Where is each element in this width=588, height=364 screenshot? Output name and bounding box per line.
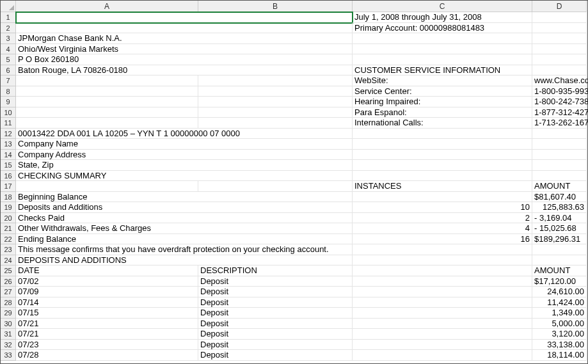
cell-C27[interactable] — [353, 287, 532, 297]
row-header-12[interactable]: 12 — [1, 129, 16, 139]
cell-C15[interactable] — [353, 160, 532, 171]
cell-D31[interactable]: 3,120.00 — [532, 329, 587, 340]
row-header-23[interactable]: 23 — [1, 244, 16, 255]
row-header-3[interactable]: 3 — [1, 33, 16, 44]
cell-D29[interactable]: 1,349.00 — [532, 308, 587, 319]
cell-A10[interactable] — [16, 107, 198, 118]
cell-B27[interactable]: Deposit — [198, 287, 353, 297]
row-header-28[interactable]: 28 — [1, 297, 16, 308]
cell-C19[interactable]: 10 — [353, 202, 532, 213]
row-header-15[interactable]: 15 — [1, 160, 16, 171]
cell-D5[interactable] — [532, 54, 587, 65]
row-header-24[interactable]: 24 — [1, 255, 16, 266]
cell-A26[interactable]: 07/02 — [16, 276, 198, 287]
cell-A8[interactable] — [16, 86, 198, 97]
cell-A19[interactable]: Deposits and Additions — [16, 202, 353, 213]
cell-D9[interactable]: 1-800-242-7383 — [532, 97, 587, 107]
cell-A14[interactable]: Company Address — [16, 150, 353, 161]
cell-A16[interactable]: CHECKING SUMMARY — [16, 171, 353, 182]
cell-A17[interactable] — [16, 181, 198, 192]
cell-B9[interactable] — [198, 97, 353, 107]
col-header-A[interactable]: A — [16, 1, 198, 12]
select-all-corner[interactable] — [1, 1, 16, 12]
cell-A4[interactable]: Ohio/West Virginia Markets — [16, 44, 353, 55]
cell-C33[interactable] — [353, 350, 532, 361]
cell-B11[interactable] — [198, 118, 353, 129]
cell-D21[interactable]: - 15,025.68 — [532, 223, 587, 234]
cell-D23[interactable] — [532, 244, 587, 255]
cell-A11[interactable] — [16, 118, 198, 129]
cell-D12[interactable] — [532, 129, 587, 139]
row-header-30[interactable]: 30 — [1, 319, 16, 329]
row-header-4[interactable]: 4 — [1, 44, 16, 55]
grid[interactable]: July 1, 2008 through July 31, 2008Primar… — [16, 12, 587, 361]
cell-A28[interactable]: 07/14 — [16, 297, 198, 308]
cell-D13[interactable] — [532, 139, 587, 150]
cell-D27[interactable]: 24,610.00 — [532, 287, 587, 297]
row-header-29[interactable]: 29 — [1, 308, 16, 319]
cell-D28[interactable]: 11,424.00 — [532, 297, 587, 308]
cell-D15[interactable] — [532, 160, 587, 171]
cell-A2[interactable] — [16, 23, 353, 34]
row-header-9[interactable]: 9 — [1, 97, 16, 107]
cell-C18[interactable] — [353, 192, 532, 203]
cell-D14[interactable] — [532, 150, 587, 161]
cell-D10[interactable]: 1-877-312-4273 — [532, 107, 587, 118]
cell-D25[interactable]: AMOUNT — [532, 265, 587, 276]
cell-C22[interactable]: 16 — [353, 234, 532, 245]
cell-A32[interactable]: 07/23 — [16, 340, 198, 351]
cell-C3[interactable] — [353, 33, 532, 44]
cell-A15[interactable]: State, Zip — [16, 160, 353, 171]
cell-D2[interactable] — [532, 23, 587, 34]
row-header-5[interactable]: 5 — [1, 54, 16, 65]
col-header-B[interactable]: B — [198, 1, 353, 12]
cell-A23[interactable]: This message confirms that you have over… — [16, 244, 353, 255]
col-header-C[interactable]: C — [353, 1, 532, 12]
cell-A7[interactable] — [16, 75, 198, 86]
row-header-2[interactable]: 2 — [1, 23, 16, 34]
row-header-14[interactable]: 14 — [1, 150, 16, 161]
cell-A31[interactable]: 07/21 — [16, 329, 198, 340]
row-header-16[interactable]: 16 — [1, 171, 16, 182]
cell-C8[interactable]: Service Center: — [353, 86, 532, 97]
cell-A13[interactable]: Company Name — [16, 139, 353, 150]
cell-D7[interactable]: www.Chase.com — [532, 75, 587, 86]
cell-A22[interactable]: Ending Balance — [16, 234, 353, 245]
cell-D16[interactable] — [532, 171, 587, 182]
row-header-10[interactable]: 10 — [1, 107, 16, 118]
cell-A21[interactable]: Other Withdrawals, Fees & Charges — [16, 223, 353, 234]
cell-D18[interactable]: $81,607.40 — [532, 192, 587, 203]
row-header-32[interactable]: 32 — [1, 340, 16, 351]
cell-A24[interactable]: DEPOSITS AND ADDITIONS — [16, 255, 353, 266]
cell-C10[interactable]: Para Espanol: — [353, 107, 532, 118]
cell-C26[interactable] — [353, 276, 532, 287]
cell-B31[interactable]: Deposit — [198, 329, 353, 340]
row-header-25[interactable]: 25 — [1, 265, 16, 276]
cell-B8[interactable] — [198, 86, 353, 97]
cell-B32[interactable]: Deposit — [198, 340, 353, 351]
cell-A9[interactable] — [16, 97, 198, 107]
cell-C7[interactable]: WebSite: — [353, 75, 532, 86]
cell-B30[interactable]: Deposit — [198, 319, 353, 329]
row-header-22[interactable]: 22 — [1, 234, 16, 245]
cell-C28[interactable] — [353, 297, 532, 308]
cell-C23[interactable] — [353, 244, 532, 255]
cell-B17[interactable] — [198, 181, 353, 192]
cell-D1[interactable] — [532, 12, 587, 23]
row-header-11[interactable]: 11 — [1, 118, 16, 129]
row-header-1[interactable]: 1 — [1, 12, 16, 23]
cell-C9[interactable]: Hearing Impaired: — [353, 97, 532, 107]
row-header-33[interactable]: 33 — [1, 350, 16, 361]
cell-C32[interactable] — [353, 340, 532, 351]
cell-C24[interactable] — [353, 255, 532, 266]
row-header-18[interactable]: 18 — [1, 192, 16, 203]
cell-B29[interactable]: Deposit — [198, 308, 353, 319]
cell-A5[interactable]: P O Box 260180 — [16, 54, 353, 65]
cell-A27[interactable]: 07/09 — [16, 287, 198, 297]
cell-D3[interactable] — [532, 33, 587, 44]
cell-D6[interactable] — [532, 65, 587, 76]
row-header-26[interactable]: 26 — [1, 276, 16, 287]
cell-D17[interactable]: AMOUNT — [532, 181, 587, 192]
cell-B33[interactable]: Deposit — [198, 350, 353, 361]
cell-D8[interactable]: 1-800-935-9935 — [532, 86, 587, 97]
